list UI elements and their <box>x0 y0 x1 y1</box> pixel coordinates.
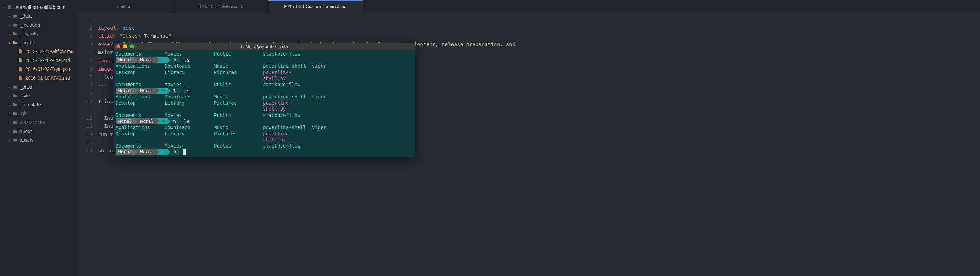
ls-cell: Music <box>214 94 263 100</box>
tab[interactable]: 2015-1-20-Custom-Terminal.md <box>268 0 363 13</box>
chevron-right-icon <box>167 118 170 124</box>
ls-row: DocumentsMoviesPublicstackoverflow <box>116 112 413 118</box>
ls-cell: Movies <box>165 51 214 57</box>
ls-cell: stackoverflow <box>263 143 312 149</box>
tree-folder[interactable]: ▾_posts <box>0 38 77 47</box>
ls-cell: Public <box>214 81 263 87</box>
tree-label: _site <box>20 93 30 98</box>
prompt-dir: ~ <box>159 87 167 94</box>
ls-cell: stackoverflow <box>263 112 312 118</box>
chevron-right-icon <box>179 57 182 63</box>
ls-cell <box>312 130 346 143</box>
ls-cell: Library <box>165 100 214 112</box>
tree-folder[interactable]: ▸_site <box>0 91 77 100</box>
tree-file[interactable]: 2016-01-10-MVC.md <box>0 74 77 82</box>
ls-cell: viper <box>312 124 346 130</box>
tree-folder[interactable]: ▸.git <box>0 109 77 118</box>
tree-root[interactable]: ▾ moralalberto.github.com <box>0 3 77 11</box>
tree-label: _includes <box>20 22 40 28</box>
tree-label: _data <box>20 13 32 19</box>
chevron-down-icon: ▾ <box>7 40 11 45</box>
ls-cell: Music <box>214 124 263 130</box>
ls-cell: Public <box>214 112 263 118</box>
tree-folder[interactable]: ▸.sass-cache <box>0 118 77 127</box>
chevron-right-icon: ▸ <box>7 138 11 143</box>
folder-icon <box>12 93 18 98</box>
tree-folder[interactable]: ▸assets <box>0 136 77 144</box>
tree-folder[interactable]: ▸_data <box>0 11 77 21</box>
ls-row: ApplicationsDownloadsMusicpowerline-shel… <box>116 63 413 69</box>
line-number: 2 <box>77 25 98 33</box>
ls-cell: powerline-shell <box>263 124 312 130</box>
ls-cell: Documents <box>116 112 165 118</box>
code-line: title: "Custom Terminal" <box>98 33 515 41</box>
cursor-icon <box>183 149 186 155</box>
prompt-symbol: % <box>170 149 179 155</box>
chevron-right-icon: ▸ <box>7 129 11 133</box>
line-number: 7 <box>77 74 98 82</box>
file-icon <box>18 49 23 54</box>
prompt-symbol: % <box>170 87 179 94</box>
tree-file[interactable]: 2015-12-26-Viper.md <box>0 56 77 65</box>
tree-file[interactable]: 2016-01-02-Trying-to <box>0 65 77 74</box>
tab[interactable]: untitled <box>77 0 172 13</box>
line-number: 6 <box>77 65 98 74</box>
ls-cell: Movies <box>165 81 214 87</box>
terminal-prompt: Moral Moral ~ % ls <box>116 118 413 124</box>
chevron-right-icon: ▸ <box>7 111 11 116</box>
terminal-body[interactable]: DocumentsMoviesPublicstackoverflow Moral… <box>113 50 415 157</box>
tree-file[interactable]: 2015-12-21-Gitflow.md <box>0 47 77 56</box>
chevron-right-icon: ▸ <box>7 120 11 125</box>
prompt-command: ls <box>184 57 189 63</box>
prompt-host: Moral <box>137 87 156 94</box>
tree-label: 2016-01-10-MVC.md <box>25 75 70 81</box>
tab-label: 2015-1-20-Custom-Terminal.md <box>284 4 347 9</box>
tree-folder[interactable]: ▸_templates <box>0 100 77 109</box>
folder-icon <box>12 13 18 19</box>
line-number: 11 <box>77 106 98 114</box>
folder-icon <box>12 84 18 90</box>
chevron-right-icon <box>12 58 17 63</box>
ls-cell: Desktop <box>116 130 165 143</box>
ls-cell: Desktop <box>116 100 165 112</box>
tree-label: 2016-01-02-Trying-to <box>25 67 70 72</box>
tree-folder[interactable]: ▸_layouts <box>0 29 77 38</box>
prompt-user: Moral <box>116 57 134 63</box>
ls-cell: Public <box>214 51 263 57</box>
ls-cell: Pictures <box>214 69 263 81</box>
ls-cell: powerline-shell <box>263 94 312 100</box>
ls-cell <box>312 81 346 87</box>
ls-cell: Library <box>165 69 214 81</box>
file-icon <box>18 67 23 72</box>
book-icon <box>7 5 12 10</box>
ls-row: DocumentsMoviesPublicstackoverflow <box>116 81 413 87</box>
ls-cell: Downloads <box>165 94 214 100</box>
tab[interactable]: 2015-12-21-Gitflow.md <box>172 0 268 13</box>
line-number: 16 <box>77 147 98 155</box>
tree-folder[interactable]: ▸about <box>0 127 77 136</box>
terminal-window[interactable]: 1. Moral@Moral: ~ (zsh) DocumentsMoviesP… <box>113 43 415 157</box>
terminal-titlebar[interactable]: 1. Moral@Moral: ~ (zsh) <box>113 43 415 50</box>
ls-cell: Movies <box>165 143 214 149</box>
chevron-right-icon <box>12 76 17 81</box>
chevron-right-icon <box>167 57 170 63</box>
file-icon <box>18 57 23 63</box>
ls-cell: Desktop <box>116 69 165 81</box>
ls-row: DocumentsMoviesPublicstackoverflow <box>116 51 413 57</box>
chevron-right-icon <box>12 67 17 71</box>
ls-cell: Documents <box>116 81 165 87</box>
tree-root-label: moralalberto.github.com <box>14 5 65 10</box>
folder-icon <box>12 128 18 134</box>
ls-cell: stackoverflow <box>263 81 312 87</box>
gutter: 1234•5678910111213141516 <box>77 13 98 276</box>
chevron-right-icon <box>179 87 182 94</box>
ls-cell: Movies <box>165 112 214 118</box>
code-line: --- <box>98 16 515 25</box>
tab-bar: untitled2015-12-21-Gitflow.md2015-1-20-C… <box>77 0 980 13</box>
ls-cell: Downloads <box>165 124 214 130</box>
tree-folder[interactable]: ▸_includes <box>0 21 77 29</box>
tree-folder[interactable]: ▸_sass <box>0 82 77 91</box>
line-number: 1 <box>77 16 98 25</box>
tree-label: .sass-cache <box>20 120 45 125</box>
line-number: 15 <box>77 139 98 147</box>
